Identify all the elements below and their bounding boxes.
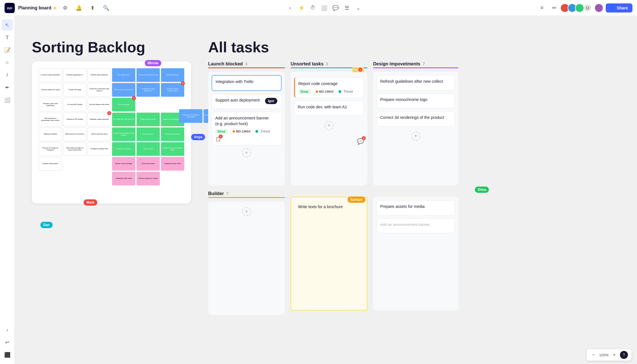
task-card-report-coverage[interactable]: Report code coverage Done MD-19654 Trevo… bbox=[294, 77, 364, 98]
topbar-left: miro Planning board ★ ⚙ 🔔 ⬆ 🔍 bbox=[5, 3, 111, 13]
mini-sticky-blue: Prepare monochrome logo bbox=[136, 68, 160, 82]
upload-button[interactable]: ⬆ bbox=[87, 3, 98, 13]
task-title: Report code coverage bbox=[298, 81, 360, 87]
mini-sticky-green: Determine capacity bbox=[112, 142, 135, 156]
task-title: Prepare assets for media bbox=[380, 204, 451, 210]
task-card-run-code-dev[interactable]: Run code dev. with team A1 bbox=[294, 101, 364, 116]
mini-sticky-green: Correct 3d renderings of the product bbox=[112, 127, 135, 141]
badge-md: MD-19654 bbox=[313, 89, 336, 94]
expand-button[interactable]: ⌄ bbox=[353, 3, 363, 13]
floating-note: 📋2 bbox=[352, 67, 364, 72]
board-title: Planning board ★ bbox=[18, 5, 57, 11]
canvas: Minnie Anya Mark Dan Igor Samuel Dima So… bbox=[15, 16, 637, 364]
mini-sticky: Update cookie policy bbox=[39, 157, 62, 171]
add-task-unsorted-button[interactable]: + bbox=[324, 121, 334, 130]
bottom-bar: − 100% + ? bbox=[587, 349, 631, 361]
mini-sticky-pink: Report code coverage bbox=[112, 157, 135, 171]
zoom-out-button[interactable]: − bbox=[590, 351, 597, 358]
mini-sticky-pink: Integration with Trello bbox=[112, 172, 135, 185]
floating-chat-icon: 💬 8 bbox=[294, 138, 364, 145]
zoom-in-button[interactable]: + bbox=[611, 351, 618, 358]
add-task-design-button[interactable]: + bbox=[411, 132, 420, 141]
sorting-backlog-title: Sorting Backlog bbox=[32, 39, 191, 56]
share-button[interactable]: 👤 Share bbox=[606, 3, 632, 13]
col-divider-builder bbox=[208, 197, 285, 198]
lightning-button[interactable]: ⚡ bbox=[296, 3, 307, 13]
filter-button[interactable]: ≡ bbox=[537, 3, 547, 13]
sidebar-pen-tool[interactable]: ✒ bbox=[2, 82, 13, 93]
mini-sticky-blue: Check data escaping in input fields bbox=[179, 109, 202, 123]
current-user-avatar bbox=[594, 3, 603, 13]
cursor-dan: Dan bbox=[40, 222, 53, 228]
mini-sticky-pink: Prepare assets for media bbox=[136, 172, 160, 185]
board-title-text: Planning board bbox=[18, 5, 51, 11]
task-title: Correct 3d renderings of the product bbox=[380, 115, 451, 121]
mini-sticky: Release checklist bbox=[39, 127, 62, 141]
mini-sticky-green: Make a code review bbox=[136, 113, 160, 126]
spacer bbox=[291, 191, 367, 197]
mini-sticky-empty bbox=[63, 172, 86, 185]
add-task-button[interactable]: + bbox=[242, 148, 251, 157]
pen-button[interactable]: ✏ bbox=[549, 3, 560, 13]
col-count-design: 7 bbox=[423, 62, 425, 66]
assignee-dot bbox=[255, 130, 258, 133]
sidebar-cursor-tool[interactable]: ↖ bbox=[2, 19, 13, 31]
menu-button[interactable]: ☰ bbox=[342, 3, 352, 13]
topbar-center: ‹ ⚡ ⏱ ⬜ 💬 ☰ ⌄ bbox=[285, 3, 363, 13]
task-card-support-auto[interactable]: Support auto deployment bbox=[212, 94, 282, 109]
share-label: Share bbox=[617, 6, 628, 10]
mini-sticky: Fix bug with Shopify bbox=[63, 98, 86, 111]
search-button[interactable]: 🔍 bbox=[101, 3, 111, 13]
mini-sticky-empty bbox=[39, 172, 62, 185]
column-launch-blocked: Launch blocked 3 Integration with Trello… bbox=[208, 61, 285, 315]
col-title-unsorted: Unsorted tasks bbox=[291, 61, 324, 67]
mini-sticky: Add media manager to launch discussion bbox=[63, 142, 86, 156]
mini-sticky-green: Update content on product page bbox=[161, 142, 184, 156]
star-icon[interactable]: ★ bbox=[53, 6, 57, 10]
mini-sticky-empty bbox=[136, 98, 160, 111]
avatar-count: 12 bbox=[584, 5, 591, 11]
mini-sticky-pink: Push last content bbox=[136, 157, 160, 171]
sidebar-undo[interactable]: ↩ bbox=[2, 337, 13, 348]
spacer bbox=[373, 191, 458, 197]
sidebar-sticky-tool[interactable]: 📝 bbox=[2, 44, 13, 56]
task-card-correct-3d[interactable]: Correct 3d renderings of the product bbox=[377, 111, 455, 127]
task-card-announcement-banner[interactable]: Add an announcement banner (e.g. product… bbox=[212, 112, 282, 145]
task-card-integration-trello[interactable]: Integration with Trello bbox=[212, 75, 282, 91]
left-sidebar: ↖ T 📝 ○ / ✒ ⬜ › ↩ ⬛ bbox=[0, 16, 15, 364]
notifications-button[interactable]: 🔔 bbox=[74, 3, 84, 13]
task-card-refresh-guidelines[interactable]: Refresh guidelines after new collect bbox=[377, 75, 455, 90]
sidebar-text-tool[interactable]: T bbox=[2, 32, 13, 43]
mini-sticky: Connect email newsletter bbox=[39, 68, 62, 82]
cursor-anya: Anya bbox=[191, 134, 205, 140]
all-tasks-section: All tasks Launch blocked 3 Integration w… bbox=[208, 39, 458, 315]
back-button[interactable]: ‹ bbox=[285, 3, 295, 13]
sidebar-more-tools[interactable]: › bbox=[2, 324, 13, 336]
topbar-right: ≡ ✏ 12 👤 Share bbox=[537, 3, 632, 13]
settings-button[interactable]: ⚙ bbox=[60, 3, 70, 13]
col-count-builder: 7 bbox=[226, 191, 228, 196]
sidebar-eraser-tool[interactable]: ⬜ bbox=[2, 94, 13, 106]
task-card-write-texts[interactable]: Write texts for a brochure bbox=[295, 201, 363, 216]
add-task-builder-button[interactable]: + bbox=[242, 207, 251, 216]
task-card-add-announcement[interactable]: Add an announcement banner... bbox=[377, 218, 455, 233]
sidebar-frame-tool[interactable]: ⬛ bbox=[2, 349, 13, 361]
task-card-prepare-monochrome[interactable]: Prepare monochrome logo bbox=[377, 93, 455, 109]
help-button[interactable]: ? bbox=[620, 351, 628, 359]
frame-button[interactable]: ⬜ bbox=[319, 3, 329, 13]
comment-button[interactable]: 💬 bbox=[330, 3, 341, 13]
task-title: Support auto deployment bbox=[215, 98, 278, 103]
backlog-board: Connect email newsletter Onboard applica… bbox=[32, 61, 191, 204]
sidebar-shape-tool[interactable]: ○ bbox=[2, 57, 13, 68]
task-card-prepare-assets[interactable]: Prepare assets for media bbox=[377, 200, 455, 216]
add-task-unsorted: + bbox=[294, 119, 364, 132]
timer-button[interactable]: ⏱ bbox=[308, 3, 318, 13]
mini-sticky: Integrate image optimizer 1 bbox=[88, 113, 111, 126]
col-divider-launch-blocked bbox=[208, 67, 285, 68]
prepare-assets-area: Prepare assets for media Add an announce… bbox=[373, 191, 458, 311]
col-count-unsorted: 3 bbox=[326, 62, 328, 66]
miro-logo[interactable]: miro bbox=[5, 3, 15, 13]
mini-sticky: Upload an API update bbox=[63, 113, 86, 126]
col-wrapper-design: Refresh guidelines after new collect Pre… bbox=[373, 72, 458, 185]
sidebar-connector-tool[interactable]: / bbox=[2, 69, 13, 81]
